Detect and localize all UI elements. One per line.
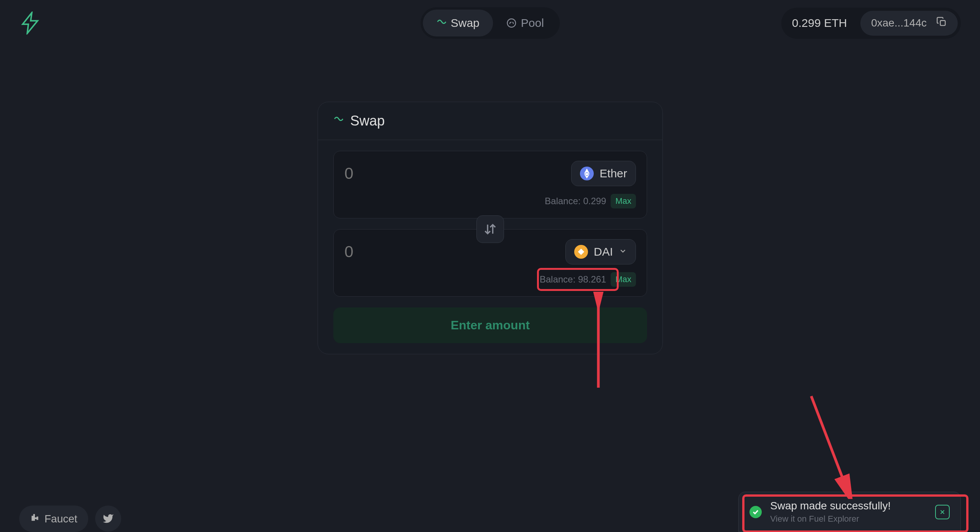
svg-rect-1 — [940, 20, 945, 25]
check-icon — [749, 506, 762, 518]
toast-close-button[interactable] — [935, 505, 950, 519]
faucet-icon — [30, 512, 40, 525]
svg-point-0 — [507, 19, 516, 27]
success-toast: Swap made successfully! View it on Fuel … — [738, 492, 961, 532]
twitter-icon — [102, 513, 114, 524]
twitter-button[interactable] — [95, 506, 121, 532]
ether-icon — [580, 167, 594, 180]
app-logo[interactable] — [19, 12, 42, 35]
swap-title-icon — [333, 115, 343, 127]
nav-tab-pool[interactable]: Pool — [493, 10, 557, 36]
nav-tabs: Swap Pool — [420, 7, 560, 39]
swap-from-box: Ether Balance: 0.299 Max — [333, 151, 647, 218]
from-max-button[interactable]: Max — [611, 194, 636, 208]
from-token-name: Ether — [600, 167, 627, 180]
chevron-down-icon — [619, 247, 627, 257]
card-body: Ether Balance: 0.299 Max — [318, 140, 662, 354]
copy-icon[interactable] — [936, 17, 947, 30]
toast-title: Swap made successfully! — [770, 500, 927, 512]
wallet-info: 0.299 ETH 0xae...144c — [781, 8, 961, 39]
swap-card: Swap Ether Balance: 0.299 Max — [318, 102, 663, 354]
submit-button[interactable]: Enter amount — [333, 307, 647, 343]
pool-icon — [506, 18, 516, 28]
faucet-label: Faucet — [44, 513, 77, 525]
switch-direction-button[interactable] — [476, 215, 504, 243]
card-header: Swap — [318, 102, 662, 140]
wallet-address-badge[interactable]: 0xae...144c — [860, 11, 958, 36]
lightning-icon — [19, 12, 42, 35]
from-balance-label: Balance: 0.299 — [545, 196, 606, 207]
swap-arrows-icon — [483, 221, 498, 237]
to-balance-label: Balance: 98.261 — [540, 274, 606, 285]
header: Swap Pool 0.299 ETH 0xae...144c — [0, 0, 980, 46]
close-icon — [939, 509, 946, 515]
nav-tab-swap-label: Swap — [451, 17, 479, 30]
to-amount-input[interactable] — [344, 243, 460, 261]
nav-tab-pool-label: Pool — [521, 17, 544, 30]
annotation-arrow-2 — [798, 392, 867, 499]
faucet-button[interactable]: Faucet — [19, 506, 88, 532]
to-token-selector[interactable]: DAI — [565, 239, 636, 264]
to-max-button[interactable]: Max — [611, 272, 636, 287]
nav-tab-swap[interactable]: Swap — [423, 10, 493, 36]
swap-icon — [436, 18, 446, 28]
toast-subtitle[interactable]: View it on Fuel Explorer — [770, 514, 927, 524]
to-token-name: DAI — [594, 245, 613, 258]
footer: Faucet — [19, 506, 121, 532]
card-title: Swap — [350, 113, 385, 129]
wallet-balance: 0.299 ETH — [784, 13, 855, 33]
svg-line-5 — [811, 396, 848, 491]
wallet-address: 0xae...144c — [871, 17, 927, 29]
toast-content: Swap made successfully! View it on Fuel … — [770, 500, 927, 524]
dai-icon — [574, 245, 588, 259]
from-amount-input[interactable] — [344, 164, 460, 183]
from-token-selector[interactable]: Ether — [571, 161, 636, 186]
